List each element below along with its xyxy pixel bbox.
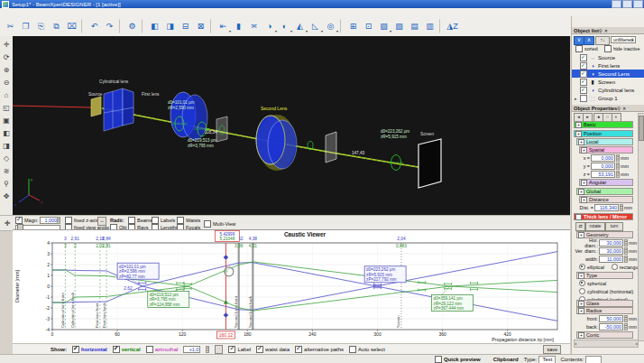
- spinner[interactable]: [624, 323, 628, 330]
- distance-input[interactable]: 116,340: [594, 204, 619, 211]
- toolbar-separator[interactable]: [119, 19, 123, 33]
- spherical-radio[interactable]: spherical: [579, 280, 633, 286]
- insert-source-icon[interactable]: ⇤: [216, 19, 231, 34]
- show-azimuthal-checkbox[interactable]: azimuthal: [146, 346, 179, 353]
- delete-icon[interactable]: ⌧: [64, 19, 79, 34]
- move-object-icon[interactable]: ✥: [1, 191, 12, 201]
- close-icon[interactable]: [621, 106, 628, 111]
- move-view-icon[interactable]: ✛: [2, 218, 13, 228]
- section-basic[interactable]: Basic: [574, 121, 633, 128]
- window-control-button[interactable]: [633, 0, 643, 8]
- menu-item[interactable]: [45, 8, 54, 16]
- grid-toggle-icon[interactable]: ≋: [1, 165, 12, 176]
- spinner[interactable]: [616, 154, 620, 162]
- toolbar-separator[interactable]: [210, 19, 214, 33]
- spinner[interactable]: [616, 163, 620, 170]
- insert-mirror-icon[interactable]: ◺: [308, 19, 323, 34]
- menu-item[interactable]: [63, 8, 72, 16]
- section-spatial[interactable]: Spatial: [579, 146, 633, 154]
- object-row-cylindrical-lens[interactable]: ◑ Cylindrical lens: [572, 86, 644, 94]
- azimuth-options-button[interactable]: ·: [215, 345, 223, 354]
- expand-icon[interactable]: [578, 189, 584, 195]
- spinner[interactable]: [624, 315, 628, 322]
- insert-thick-lens-icon[interactable]: ◐: [277, 19, 292, 34]
- expand-icon[interactable]: [581, 147, 587, 154]
- pick-object-icon[interactable]: ⚲: [1, 178, 12, 189]
- home-view-icon[interactable]: ⌂: [1, 89, 12, 100]
- window-control-button[interactable]: [622, 0, 632, 8]
- rotate-button[interactable]: rotate: [585, 222, 605, 231]
- visibility-checkbox[interactable]: [580, 95, 587, 102]
- front-view-icon[interactable]: ▣: [1, 115, 12, 126]
- elliptical-radio[interactable]: elliptical: [579, 264, 604, 270]
- viewer-disabled-2-icon[interactable]: ▥: [422, 19, 437, 34]
- object-row-screen[interactable]: ▮ Screen: [572, 78, 644, 86]
- object-row-first-lens[interactable]: ◑ First lens: [572, 61, 644, 70]
- insert-beam-icon[interactable]: ≍: [246, 19, 262, 34]
- value-input[interactable]: 11,000: [599, 256, 623, 263]
- magn-spinner[interactable]: [57, 217, 60, 224]
- sorted-checkbox[interactable]: sorted: [575, 45, 598, 52]
- caustic-viewer-window[interactable]: Cylindrical lens frontCylindrical lens b…: [13, 229, 570, 344]
- layout-setup-viewer-icon[interactable]: ◧: [147, 19, 162, 34]
- magn-checkbox[interactable]: Magn:: [15, 217, 38, 224]
- visibility-checkbox[interactable]: [580, 70, 587, 78]
- section-conic[interactable]: Conic: [576, 331, 633, 339]
- spinner[interactable]: [624, 247, 628, 255]
- cylindrical-horizontal-radio[interactable]: cylindrical (horizontal): [579, 288, 633, 294]
- azimuth-angle-input[interactable]: +1,0: [183, 346, 200, 353]
- 3d-viewport[interactable]: Source Cylindrical lens First lens d0=10…: [13, 36, 570, 215]
- section-position[interactable]: Position: [574, 130, 633, 137]
- waist-data-checkbox[interactable]: waist data: [256, 346, 290, 353]
- toolbar-separator[interactable]: [81, 19, 85, 33]
- object-row-source[interactable]: → Source: [572, 53, 644, 61]
- value-input[interactable]: 30,000: [599, 247, 623, 255]
- section-local[interactable]: Local: [576, 138, 633, 145]
- paste-icon[interactable]: ⎘: [33, 19, 49, 34]
- expand-icon[interactable]: [578, 273, 584, 279]
- close-icon[interactable]: [603, 28, 610, 33]
- menu-item[interactable]: [54, 8, 63, 16]
- section-radius[interactable]: Radius: [576, 307, 633, 314]
- layout-screen-viewer-icon[interactable]: ◨: [162, 19, 178, 34]
- beams-checkbox[interactable]: Beams: [128, 217, 152, 224]
- fit-view-icon[interactable]: ◱: [1, 102, 12, 113]
- semi-screen-object[interactable]: [326, 132, 336, 163]
- iso-view-icon[interactable]: ◇: [1, 153, 12, 163]
- screen-mask-icon[interactable]: ▧: [391, 19, 407, 34]
- side-view-icon[interactable]: ◧: [1, 127, 12, 138]
- value-input[interactable]: 0,000: [591, 154, 615, 162]
- spinner[interactable]: [624, 256, 628, 263]
- layout-split-icon[interactable]: ⊟: [178, 19, 193, 34]
- new-screen-viewer-icon[interactable]: ⊡: [361, 19, 376, 34]
- expand-icon[interactable]: [578, 301, 584, 307]
- section-angular[interactable]: Angular: [579, 179, 633, 186]
- toolbar-separator[interactable]: [439, 19, 443, 33]
- rotate-view-icon[interactable]: ⟳: [1, 51, 12, 62]
- menu-item[interactable]: [27, 8, 36, 16]
- beam-mask-icon[interactable]: ▨: [376, 19, 391, 34]
- zoom-in-icon[interactable]: ⊕: [1, 64, 12, 75]
- spinner[interactable]: [624, 239, 628, 247]
- spinner[interactable]: [620, 204, 623, 211]
- plate-object[interactable]: [216, 116, 227, 142]
- collapse-all-button[interactable]: ∧: [584, 36, 594, 45]
- quick-preview-checkbox[interactable]: Quick preview: [435, 356, 481, 363]
- show-horizontal-checkbox[interactable]: horizontal: [72, 346, 107, 353]
- value-input[interactable]: 53,191: [591, 171, 615, 178]
- toolbar-separator[interactable]: [142, 19, 145, 33]
- expand-icon[interactable]: [575, 214, 582, 220]
- layout-close-icon[interactable]: ⊠: [193, 19, 208, 34]
- section-type[interactable]: Type: [576, 272, 633, 279]
- menu-item[interactable]: [72, 8, 81, 16]
- insert-screen-icon[interactable]: ▮: [231, 19, 246, 34]
- move-up-down-buttons[interactable]: ↑↓: [595, 36, 610, 45]
- viewer-disabled-1-icon[interactable]: ▤: [407, 19, 422, 34]
- toolbar-separator[interactable]: [340, 19, 344, 33]
- expander-icon[interactable]: [575, 96, 578, 101]
- value-input[interactable]: 0,000: [591, 163, 615, 170]
- label-checkbox[interactable]: Label: [228, 346, 251, 353]
- fixed-z-axis-checkbox[interactable]: fixed z-axis: [65, 217, 99, 224]
- multi-view-checkbox[interactable]: Multi-View: [204, 220, 235, 228]
- value-input[interactable]: 50,000: [599, 315, 623, 322]
